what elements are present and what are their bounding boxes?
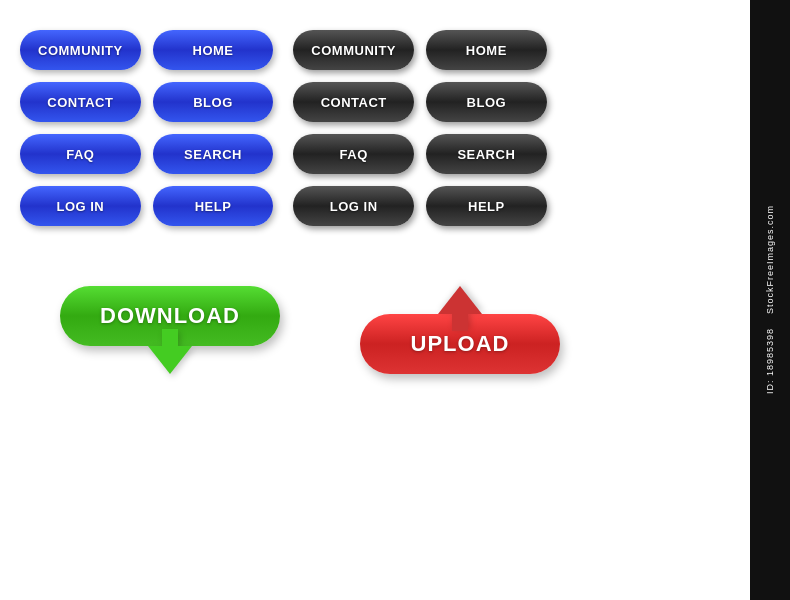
dark-search-button[interactable]: SEARCH: [426, 134, 547, 174]
button-grids: COMMUNITY HOME CONTACT BLOG FAQ SEARCH L…: [0, 0, 750, 226]
dark-button-group: COMMUNITY HOME CONTACT BLOG FAQ SEARCH L…: [293, 30, 546, 226]
download-arrow-icon: [148, 346, 192, 374]
upload-wrapper: UPLOAD: [360, 286, 560, 374]
dark-blog-button[interactable]: BLOG: [426, 82, 547, 122]
action-buttons: DOWNLOAD UPLOAD: [0, 226, 750, 374]
upload-arrow-icon: [438, 286, 482, 314]
dark-login-button[interactable]: LOG IN: [293, 186, 414, 226]
blue-faq-button[interactable]: FAQ: [20, 134, 141, 174]
blue-home-button[interactable]: HOME: [153, 30, 274, 70]
watermark-text: ID: 18985398 StockFreeImages.com: [765, 205, 775, 394]
blue-login-button[interactable]: LOG IN: [20, 186, 141, 226]
blue-button-group: COMMUNITY HOME CONTACT BLOG FAQ SEARCH L…: [20, 30, 273, 226]
blue-contact-button[interactable]: CONTACT: [20, 82, 141, 122]
dark-contact-button[interactable]: CONTACT: [293, 82, 414, 122]
blue-blog-button[interactable]: BLOG: [153, 82, 274, 122]
dark-community-button[interactable]: COMMUNITY: [293, 30, 414, 70]
watermark-sidebar: ID: 18985398 StockFreeImages.com: [750, 0, 790, 600]
dark-faq-button[interactable]: FAQ: [293, 134, 414, 174]
blue-community-button[interactable]: COMMUNITY: [20, 30, 141, 70]
blue-help-button[interactable]: HELP: [153, 186, 274, 226]
dark-help-button[interactable]: HELP: [426, 186, 547, 226]
download-wrapper: DOWNLOAD: [60, 286, 280, 374]
blue-search-button[interactable]: SEARCH: [153, 134, 274, 174]
main-content: COMMUNITY HOME CONTACT BLOG FAQ SEARCH L…: [0, 0, 750, 600]
dark-home-button[interactable]: HOME: [426, 30, 547, 70]
